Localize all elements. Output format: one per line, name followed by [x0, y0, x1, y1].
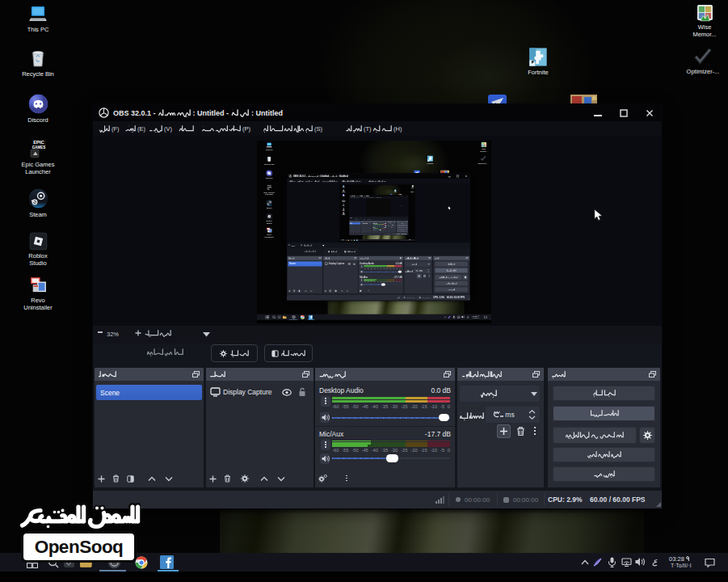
svg-text:GAMES: GAMES — [267, 186, 271, 188]
svg-text:GAMES: GAMES — [343, 199, 344, 200]
svg-text:EPIC: EPIC — [33, 140, 44, 145]
svg-text:EPIC: EPIC — [267, 184, 271, 186]
